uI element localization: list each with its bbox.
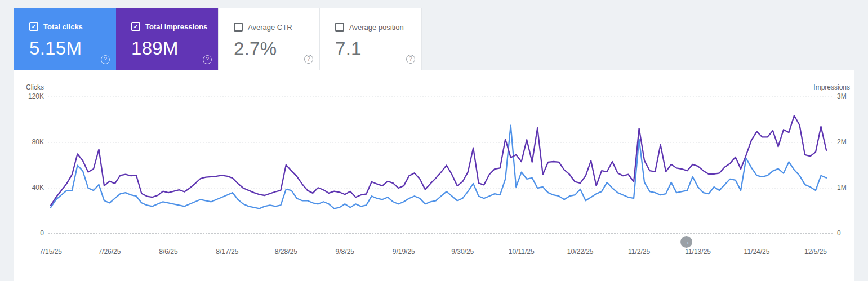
x-axis-date-label: 9/8/25 xyxy=(321,248,368,256)
checkbox-unchecked-icon[interactable] xyxy=(234,23,243,32)
next-date-range-button[interactable]: → xyxy=(680,236,692,248)
x-axis-date-label: 9/30/25 xyxy=(439,248,486,256)
checkbox-checked-icon[interactable]: ✓ xyxy=(131,22,140,31)
x-axis-date-label: 10/22/25 xyxy=(557,248,604,256)
metric-card-total-clicks[interactable]: ✓ Total clicks 5.15M ? xyxy=(14,8,116,70)
y-axis-tick-right: 2M xyxy=(837,138,847,146)
card-label: Total clicks xyxy=(43,23,83,31)
x-axis-date-label: 8/6/25 xyxy=(145,248,192,256)
x-axis-date-label: 11/13/25 xyxy=(674,248,722,256)
card-header: Average position xyxy=(335,23,421,32)
x-axis-date-label: 9/19/25 xyxy=(380,248,428,256)
y-axis-tick-right: 1M xyxy=(837,184,847,191)
x-axis-date-label: 8/28/25 xyxy=(262,248,310,256)
card-header: Average CTR xyxy=(234,23,319,32)
card-header: ✓ Total clicks xyxy=(29,22,116,31)
metric-card-average-ctr[interactable]: Average CTR 2.7% ? xyxy=(218,8,320,70)
help-icon[interactable]: ? xyxy=(406,55,415,64)
help-icon[interactable]: ? xyxy=(304,55,313,64)
metric-card-average-position[interactable]: Average position 7.1 ? xyxy=(320,8,422,70)
metric-card-total-impressions[interactable]: ✓ Total impressions 189M ? xyxy=(116,8,218,70)
x-axis-date-label: 12/5/25 xyxy=(792,248,839,256)
clicks-axis-title: Clicks xyxy=(16,83,44,91)
clicks-line xyxy=(51,126,826,209)
performance-line-chart xyxy=(14,70,854,281)
x-axis-date-label: 10/11/25 xyxy=(498,248,545,256)
help-icon[interactable]: ? xyxy=(203,55,212,64)
x-axis-date-label: 7/26/25 xyxy=(86,248,133,256)
y-axis-tick-right: 0 xyxy=(837,229,841,237)
x-axis-date-label: 7/15/25 xyxy=(27,248,74,256)
right-arrow-icon: → xyxy=(683,238,690,246)
checkbox-unchecked-icon[interactable] xyxy=(335,23,344,32)
card-label: Average position xyxy=(349,23,404,32)
y-axis-tick-left: 80K xyxy=(16,138,44,146)
y-axis-tick-left: 40K xyxy=(16,184,44,191)
x-axis-date-label: 11/24/25 xyxy=(733,248,781,256)
impressions-axis-title: Impressions xyxy=(777,83,850,91)
y-axis-tick-left: 120K xyxy=(16,92,44,100)
x-axis-date-label: 11/2/25 xyxy=(616,248,663,256)
checkbox-checked-icon[interactable]: ✓ xyxy=(29,22,38,31)
help-icon[interactable]: ? xyxy=(101,55,110,64)
card-label: Average CTR xyxy=(248,23,292,32)
x-axis-date-label: 8/17/25 xyxy=(203,248,251,256)
card-label: Total impressions xyxy=(145,23,207,31)
card-header: ✓ Total impressions xyxy=(131,22,218,31)
metrics-cards-row: ✓ Total clicks 5.15M ? ✓ Total impressio… xyxy=(14,8,422,70)
performance-chart-panel: Clicks Impressions 040K80K120K 01M2M3M 7… xyxy=(14,70,854,281)
y-axis-tick-left: 0 xyxy=(16,229,44,237)
y-axis-tick-right: 3M xyxy=(837,92,847,100)
